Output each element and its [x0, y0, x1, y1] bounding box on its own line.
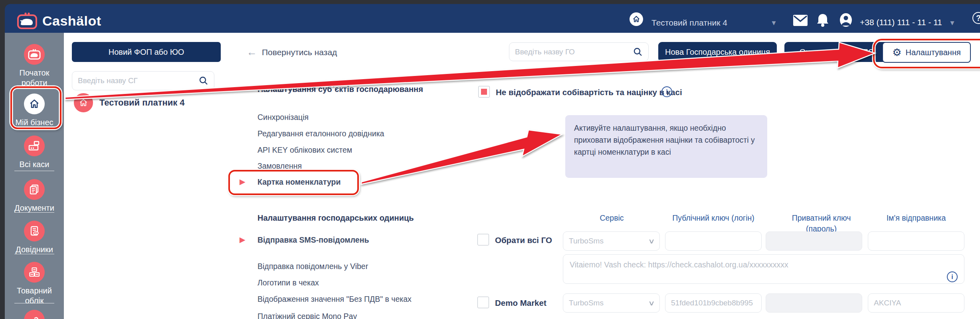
private-key-input: [766, 293, 862, 313]
active-item-triangle-icon: ▶: [240, 177, 245, 186]
active-item-triangle-icon: ▶: [240, 235, 245, 244]
setting-tooltip: Активуйте налаштування, якщо необхідно п…: [565, 115, 767, 178]
info-icon[interactable]: i: [947, 271, 958, 282]
back-link-label: Повернутись назад: [262, 48, 337, 57]
chevron-down-icon: ∨: [648, 237, 655, 245]
sidebar-divider: [14, 303, 54, 303]
column-header-sender: Ім'я відправника: [868, 213, 964, 223]
account-phone: +38 (111) 111 - 11 - 11: [860, 18, 942, 27]
sidebar-item-label: Документи: [14, 203, 54, 213]
service-select-value: [569, 237, 649, 245]
sidebar-item-label: Довідники: [16, 245, 53, 255]
column-header-public-key: Публічний ключ (логін): [665, 213, 762, 223]
service-select[interactable]: ∨: [563, 293, 660, 313]
menu-item-api-key[interactable]: API KEY облікових систем: [257, 146, 352, 155]
sidebar-item-all-registers[interactable]: Всі каси: [5, 136, 64, 169]
sms-message-placeholder: Vitaiemo! Vash check: https://check.cash…: [570, 260, 947, 269]
business-units-heading: Налаштування господарських одиниць: [257, 213, 414, 223]
mail-icon[interactable]: [792, 14, 809, 27]
sender-name-input: [868, 293, 964, 313]
column-header-service: Сервіс: [563, 213, 661, 223]
public-key-input: [665, 293, 762, 313]
payer-name: Тестовий платник 4: [99, 98, 185, 108]
user-icon[interactable]: [838, 12, 853, 28]
settings-button[interactable]: ⚙ Налаштування: [882, 42, 971, 63]
sidebar-nav: Початок роботи Мій бізнес Всі каси Докум…: [5, 33, 64, 319]
new-unit-button[interactable]: Нова Господарська одиниця: [658, 42, 777, 62]
sidebar-item-partial[interactable]: [5, 310, 64, 319]
sidebar-item-label: Мій бізнес: [15, 118, 53, 128]
goods-boxes-icon: [24, 262, 45, 283]
cash-register-icon: [24, 136, 45, 156]
search-icon[interactable]: [199, 76, 208, 86]
gear-icon: ⚙: [892, 46, 901, 59]
sidebar-item-start[interactable]: Початок роботи: [5, 44, 64, 88]
home-icon: [74, 93, 93, 112]
sidebar-divider: [14, 212, 54, 213]
hide-cost-label: Не відображати собівартість та націнку в…: [496, 88, 682, 97]
bell-icon[interactable]: [816, 13, 830, 28]
cashalot-purse-icon: [24, 44, 45, 65]
payer-list-item[interactable]: Тестовий платник 4: [74, 93, 185, 112]
menu-item-mono-pay[interactable]: Платіжний сервіс Mono Pay: [257, 312, 357, 319]
directory-eye-icon: [24, 221, 45, 241]
demo-market-label: Demo Market: [495, 298, 546, 308]
home-icon[interactable]: [630, 12, 643, 26]
settings-button-label: Налаштування: [906, 48, 961, 57]
checkbox-checked-mark: [481, 89, 487, 95]
menu-item-nomenclature-card[interactable]: Картка номенклатури: [257, 177, 341, 187]
home-icon: [24, 94, 45, 114]
public-key-input: [665, 231, 762, 251]
chevron-down-icon[interactable]: ▼: [949, 19, 956, 27]
private-key-input: [766, 231, 862, 251]
menu-item-sync[interactable]: Синхронізація: [257, 113, 309, 122]
search-go-box: [509, 42, 649, 61]
menu-item-receipt-logos[interactable]: Логотипи в чеках: [257, 278, 319, 287]
sidebar-divider: [14, 254, 54, 254]
service-select-value: [569, 299, 649, 307]
top-header-bar: Cashälot Тестовий платник 4 ▼ +38 (111) …: [5, 4, 980, 33]
sender-name-input: [868, 231, 964, 251]
menu-item-viber[interactable]: Відправка повідомлень у Viber: [257, 262, 368, 271]
search-sg-box: [72, 71, 214, 90]
back-arrow-icon: ←: [247, 46, 257, 58]
update-dps-button[interactable]: Оновити дані з ДПС: [784, 42, 889, 62]
documents-icon: [24, 179, 45, 200]
menu-item-no-vat[interactable]: Відображення значення "Без ПДВ" в чеках: [257, 295, 412, 304]
sidebar-item-documents[interactable]: Документи: [5, 179, 64, 213]
new-fop-button[interactable]: Новий ФОП або ЮО: [72, 42, 221, 62]
menu-item-sms-sending[interactable]: Відправка SMS-повідомлень: [257, 235, 369, 245]
settings-subjects-heading: Налаштування суб`єктів господарювання: [257, 85, 423, 94]
menu-item-orders[interactable]: Замовлення: [257, 161, 302, 171]
demo-market-checkbox[interactable]: [477, 297, 489, 308]
cashalot-whale-icon: [17, 12, 38, 30]
app-window: Cashälot Тестовий платник 4 ▼ +38 (111) …: [0, 0, 980, 319]
chevron-down-icon[interactable]: ▼: [770, 19, 777, 27]
sms-message-input[interactable]: Vitaiemo! Vash check: https://check.cash…: [563, 254, 964, 284]
sidebar-item-my-business[interactable]: Мій бізнес: [5, 94, 64, 128]
menu-item-reference-edit[interactable]: Редагування еталонного довідника: [257, 129, 384, 138]
service-select[interactable]: ∨: [563, 231, 660, 251]
select-all-units-checkbox[interactable]: [477, 234, 489, 245]
search-icon[interactable]: [633, 47, 643, 57]
select-all-units-label: Обрати всі ГО: [495, 235, 552, 245]
help-icon[interactable]: ?: [972, 12, 980, 24]
sidebar-item-goods[interactable]: Товарний облік: [5, 262, 64, 306]
search-go-input[interactable]: [515, 48, 633, 56]
chevron-down-icon: ∨: [648, 299, 655, 307]
sidebar-item-directories[interactable]: Довідники: [5, 221, 64, 255]
main-content: Новий ФОП або ЮО ← Повернутись назад Нов…: [64, 33, 980, 319]
back-link[interactable]: ← Повернутись назад: [247, 46, 337, 58]
hide-cost-checkbox[interactable]: [478, 86, 490, 98]
sidebar-item-label: Початок роботи: [20, 68, 49, 88]
link-icon: [24, 310, 45, 319]
sidebar-item-label: Всі каси: [20, 160, 49, 169]
sidebar-divider: [14, 171, 54, 171]
search-sg-input[interactable]: [78, 76, 199, 85]
info-icon[interactable]: i: [661, 86, 672, 97]
app-logo[interactable]: Cashälot: [17, 12, 101, 30]
logo-text: Cashälot: [42, 13, 101, 29]
account-selector[interactable]: Тестовий платник 4: [651, 18, 727, 28]
